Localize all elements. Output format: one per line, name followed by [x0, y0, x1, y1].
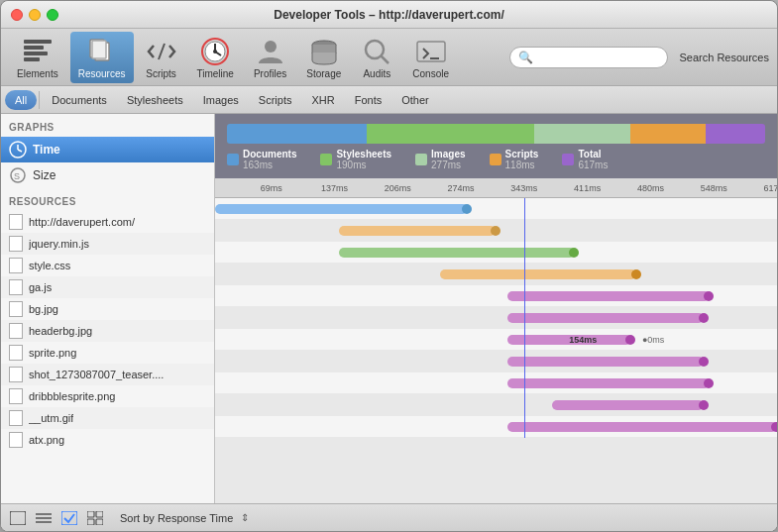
- legend-color-2: [415, 154, 427, 165]
- time-tick-4: 343ms: [510, 183, 537, 193]
- timeline-row[interactable]: [215, 416, 777, 438]
- toolbar-console[interactable]: Console: [404, 32, 457, 83]
- profiles-label: Profiles: [254, 68, 286, 79]
- toolbar-profiles[interactable]: Profiles: [246, 32, 294, 83]
- scripts-icon: [146, 36, 177, 67]
- timeline-icon: [199, 36, 231, 67]
- svg-rect-0: [24, 40, 52, 44]
- toolbar-resources[interactable]: Resources: [70, 32, 134, 83]
- close-button[interactable]: [11, 9, 23, 21]
- svg-rect-1: [24, 46, 44, 50]
- timeline-bar-3: [440, 269, 636, 279]
- bar-label-6: 154ms: [569, 335, 597, 345]
- legend-item-4: Total 617ms: [562, 148, 608, 170]
- filter-fonts[interactable]: Fonts: [345, 90, 392, 110]
- timeline-row[interactable]: [215, 307, 777, 329]
- svg-line-21: [18, 150, 22, 152]
- file-icon: [9, 367, 23, 382]
- time-tick-1: 137ms: [321, 183, 348, 193]
- sidebar-item-time[interactable]: Time: [1, 137, 214, 162]
- file-icon: [9, 388, 23, 404]
- file-icon: [9, 323, 23, 339]
- checkbox-icon-button[interactable]: [60, 509, 78, 527]
- toolbar-timeline[interactable]: Timeline: [189, 32, 242, 83]
- timeline-row[interactable]: [215, 372, 777, 394]
- timeline-row[interactable]: [215, 220, 777, 242]
- timeline-area: Documents 163ms Stylesheets 190ms Images…: [215, 114, 777, 503]
- resource-item-r7[interactable]: sprite.png: [1, 342, 214, 364]
- bar-segment-4: [706, 124, 765, 144]
- bar-container-6: 154ms●0ms: [215, 329, 777, 350]
- size-label: Size: [33, 168, 56, 182]
- timeline-row[interactable]: [215, 264, 777, 285]
- bar-container-0: [215, 198, 777, 219]
- search-box[interactable]: 🔍: [509, 47, 668, 68]
- screen-toggle-button[interactable]: [9, 509, 27, 527]
- filter-scripts[interactable]: Scripts: [249, 90, 302, 110]
- resource-label: headerbg.jpg: [29, 325, 92, 337]
- bar-dot-10: [771, 422, 777, 432]
- filter-xhr[interactable]: XHR: [301, 90, 344, 110]
- resource-label: __utm.gif: [29, 412, 73, 424]
- timeline-row[interactable]: [215, 285, 777, 307]
- filter-other[interactable]: Other: [391, 90, 439, 110]
- resource-item-r2[interactable]: jquery.min.js: [1, 233, 214, 255]
- console-label: Console: [412, 68, 449, 79]
- bar-dot-6: [625, 335, 635, 345]
- resource-item-r4[interactable]: ga.js: [1, 276, 214, 298]
- legend-item-3: Scripts 118ms: [490, 148, 539, 170]
- storage-icon: [308, 36, 340, 67]
- console-icon: [415, 36, 447, 67]
- main-window: Developer Tools – http://daverupert.com/…: [0, 0, 778, 532]
- toolbar-storage[interactable]: Storage: [298, 32, 349, 83]
- resource-item-r1[interactable]: http://daverupert.com/: [1, 211, 214, 233]
- bottom-bar: Sort by Response Time ⇕: [1, 503, 777, 531]
- grid-view-button[interactable]: [86, 509, 104, 527]
- timeline-row[interactable]: [215, 394, 777, 416]
- timeline-row[interactable]: 154ms●0ms: [215, 329, 777, 351]
- svg-rect-30: [96, 511, 103, 517]
- resource-item-r9[interactable]: dribbblesprite.png: [1, 385, 214, 407]
- resource-label: bg.jpg: [29, 303, 58, 315]
- filter-images[interactable]: Images: [193, 90, 249, 110]
- resource-item-r3[interactable]: style.css: [1, 255, 214, 276]
- filter-stylesheets[interactable]: Stylesheets: [117, 90, 193, 110]
- timeline-row[interactable]: [215, 351, 777, 372]
- resource-item-r6[interactable]: headerbg.jpg: [1, 320, 214, 342]
- timeline-bar-8: [507, 378, 710, 388]
- bar-container-10: [215, 416, 777, 437]
- timeline-bar-9: [552, 400, 704, 410]
- resource-label: sprite.png: [29, 347, 76, 359]
- sort-arrows: ⇕: [241, 512, 249, 523]
- resource-label: style.css: [29, 260, 70, 271]
- svg-line-16: [381, 55, 389, 63]
- toolbar-elements[interactable]: Elements: [9, 32, 66, 83]
- minimize-button[interactable]: [29, 9, 41, 21]
- list-view-button[interactable]: [35, 509, 53, 527]
- timeline-bar-1: [339, 226, 497, 236]
- title-bar: Developer Tools – http://daverupert.com/: [1, 1, 777, 29]
- search-resources-label: Search Resources: [680, 52, 770, 63]
- bar-dot-1: [491, 226, 500, 236]
- bar-segment-1: [367, 124, 533, 144]
- resource-item-r10[interactable]: __utm.gif: [1, 407, 214, 429]
- resource-label: dribbblesprite.png: [29, 390, 115, 402]
- timeline-row[interactable]: [215, 242, 777, 264]
- sidebar-item-size[interactable]: S Size: [1, 162, 214, 188]
- filter-documents[interactable]: Documents: [42, 90, 117, 110]
- svg-rect-29: [87, 511, 94, 517]
- size-icon: S: [9, 166, 27, 184]
- resource-list: http://daverupert.com/ jquery.min.js sty…: [1, 211, 214, 451]
- timeline-row[interactable]: [215, 198, 777, 220]
- resource-item-r8[interactable]: shot_1273087007_teaser....: [1, 364, 214, 385]
- legend-text-2: Images 277ms: [431, 148, 465, 170]
- toolbar-scripts[interactable]: Scripts: [138, 32, 185, 83]
- toolbar-audits[interactable]: Audits: [353, 32, 400, 83]
- maximize-button[interactable]: [47, 9, 58, 21]
- timeline-grid: 69ms137ms206ms274ms343ms411ms480ms548ms6…: [215, 178, 777, 503]
- resource-item-r5[interactable]: bg.jpg: [1, 298, 214, 320]
- resource-item-r11[interactable]: atx.png: [1, 429, 214, 451]
- filter-all[interactable]: All: [5, 90, 37, 110]
- legend-color-4: [562, 154, 574, 165]
- legend-text-0: Documents 163ms: [243, 148, 296, 170]
